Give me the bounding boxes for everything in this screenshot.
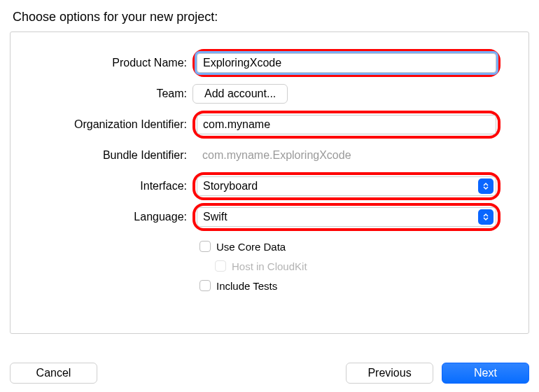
product-name-input[interactable] [197, 53, 496, 73]
row-team: Team: Add account... [10, 78, 528, 109]
highlight-language: Swift [192, 203, 500, 231]
highlight-product-name [192, 49, 500, 77]
language-select[interactable]: Swift [197, 207, 496, 227]
updown-icon [478, 209, 493, 225]
label-org-identifier: Organization Identifier: [10, 118, 192, 131]
interface-select-value: Storyboard [197, 180, 476, 192]
cloudkit-label: Host in CloudKit [232, 260, 307, 272]
interface-select[interactable]: Storyboard [197, 176, 496, 196]
row-product-name: Product Name: [10, 48, 528, 78]
row-language: Language: Swift [10, 202, 528, 232]
row-cloudkit: Host in CloudKit [215, 256, 528, 276]
org-identifier-input[interactable] [197, 115, 496, 134]
core-data-checkbox[interactable] [200, 241, 211, 252]
cloudkit-checkbox [215, 260, 226, 272]
row-interface: Interface: Storyboard [10, 171, 528, 202]
row-bundle-identifier: Bundle Identifier: com.myname.ExploringX… [10, 140, 528, 171]
language-select-value: Swift [197, 211, 476, 223]
label-interface: Interface: [10, 180, 192, 192]
label-language: Language: [10, 211, 192, 223]
row-include-tests: Include Tests [200, 276, 528, 295]
label-bundle-identifier: Bundle Identifier: [10, 149, 192, 162]
include-tests-label: Include Tests [216, 280, 277, 292]
label-team: Team: [10, 88, 192, 100]
row-core-data: Use Core Data [200, 237, 528, 256]
footer: Cancel Previous Next [10, 363, 529, 384]
include-tests-checkbox[interactable] [200, 280, 211, 291]
add-account-button[interactable]: Add account... [192, 84, 288, 104]
previous-button[interactable]: Previous [346, 363, 433, 384]
core-data-label: Use Core Data [216, 241, 286, 253]
updown-icon [478, 178, 493, 194]
options-panel: Product Name: Team: Add account... Organ… [10, 31, 529, 334]
next-button[interactable]: Next [442, 363, 529, 384]
row-org-identifier: Organization Identifier: [10, 109, 528, 140]
bundle-identifier-value: com.myname.ExploringXcode [192, 149, 351, 162]
highlight-org-identifier [192, 111, 500, 139]
label-product-name: Product Name: [10, 57, 192, 69]
page-title: Choose options for your new project: [0, 0, 539, 31]
highlight-interface: Storyboard [192, 172, 500, 200]
cancel-button[interactable]: Cancel [10, 363, 97, 384]
